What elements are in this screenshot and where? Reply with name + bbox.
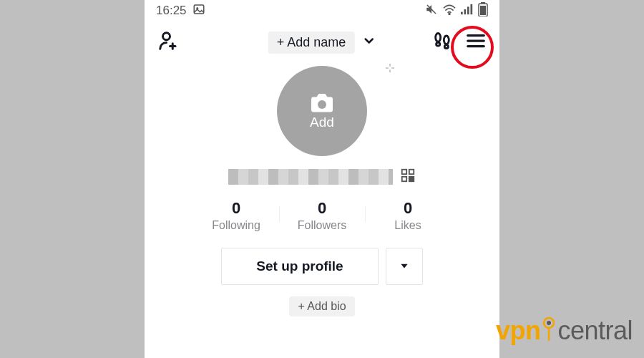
svg-rect-27	[409, 170, 414, 174]
phone-frame: 16:25	[145, 0, 499, 358]
stat-likes-value: 0	[365, 199, 451, 218]
svg-rect-28	[402, 177, 406, 181]
location-pin-icon	[542, 317, 556, 348]
add-friend-icon[interactable]	[157, 30, 179, 54]
svg-point-14	[436, 34, 441, 42]
battery-icon	[478, 2, 488, 19]
qr-code-icon[interactable]	[400, 168, 416, 186]
stat-likes[interactable]: 0 Likes	[365, 199, 451, 232]
stat-followers-label: Followers	[279, 219, 365, 232]
svg-point-25	[318, 100, 326, 109]
svg-rect-6	[467, 6, 469, 14]
watermark-logo: vpncentral	[496, 316, 633, 348]
wifi-icon	[442, 4, 457, 18]
svg-rect-31	[409, 180, 411, 182]
stat-followers-value: 0	[279, 199, 365, 218]
avatar-add-photo[interactable]: Add	[277, 66, 367, 156]
svg-point-15	[436, 42, 440, 46]
status-time: 16:25	[156, 4, 187, 18]
add-bio-button[interactable]: + Add bio	[289, 296, 354, 316]
profile-header: + Add name	[145, 20, 499, 62]
caret-down-icon	[399, 261, 409, 273]
camera-icon	[309, 92, 335, 113]
svg-rect-29	[409, 177, 411, 179]
footprints-icon[interactable]	[432, 31, 452, 54]
username-redacted	[228, 169, 393, 185]
stat-following-value: 0	[193, 199, 279, 218]
svg-rect-5	[464, 9, 467, 14]
image-indicator-icon	[192, 3, 205, 19]
hamburger-menu-icon[interactable]	[465, 30, 487, 54]
avatar-section: Add	[145, 66, 499, 156]
svg-rect-7	[471, 4, 473, 14]
chevron-down-icon[interactable]	[361, 34, 376, 51]
svg-point-11	[163, 33, 170, 40]
more-actions-button[interactable]	[386, 248, 423, 285]
watermark-part2: central	[557, 316, 633, 345]
username-row	[145, 168, 499, 186]
svg-rect-26	[402, 170, 406, 174]
svg-rect-10	[480, 6, 486, 15]
setup-profile-button[interactable]: Set up profile	[221, 248, 378, 285]
add-name-button[interactable]: + Add name	[268, 32, 355, 54]
stats-row: 0 Following 0 Followers 0 Likes	[145, 199, 499, 232]
stat-likes-label: Likes	[365, 219, 451, 232]
svg-rect-4	[461, 12, 463, 15]
stat-following[interactable]: 0 Following	[193, 199, 279, 232]
status-bar: 16:25	[145, 0, 499, 20]
watermark-part1: vpn	[496, 316, 541, 345]
svg-point-3	[449, 13, 450, 14]
sparkle-icon	[384, 62, 396, 77]
svg-point-35	[547, 321, 551, 325]
avatar-add-label: Add	[310, 115, 334, 130]
svg-rect-0	[194, 5, 204, 14]
profile-actions: Set up profile	[145, 248, 499, 285]
svg-point-16	[444, 36, 449, 44]
signal-icon	[461, 4, 474, 18]
svg-marker-33	[401, 263, 407, 268]
mute-icon	[425, 3, 438, 19]
svg-rect-30	[412, 180, 414, 182]
stat-following-label: Following	[193, 219, 279, 232]
svg-point-17	[444, 45, 448, 49]
svg-rect-32	[412, 177, 414, 179]
stat-followers[interactable]: 0 Followers	[279, 199, 365, 232]
